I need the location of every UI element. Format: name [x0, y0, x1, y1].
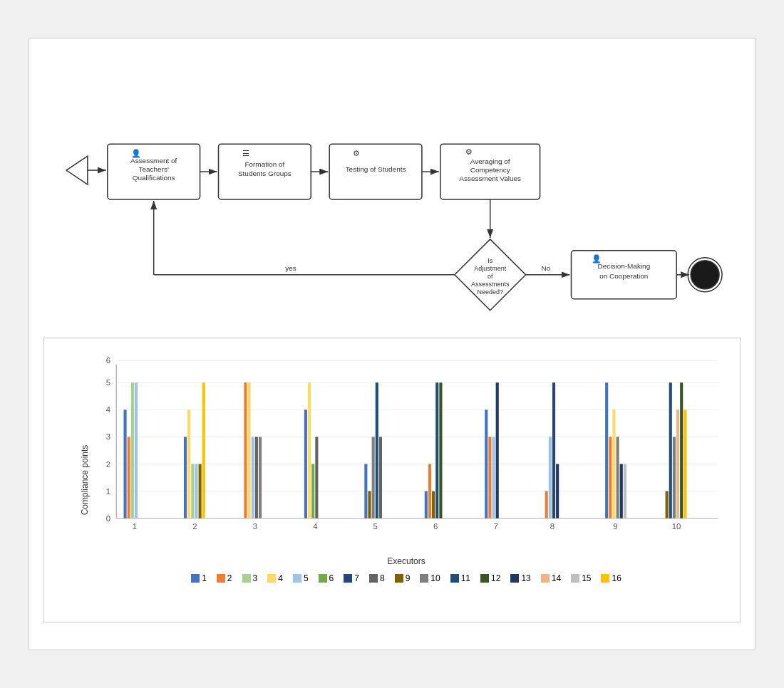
legend-color-4 — [267, 574, 276, 583]
bar — [432, 491, 435, 518]
bar — [304, 410, 307, 518]
bar — [488, 437, 491, 518]
bar — [123, 410, 126, 518]
ytick-5: 5 — [106, 378, 110, 387]
flowchart-svg: 👤 Assessment of Teachers' Qualifications… — [43, 60, 741, 323]
legend-item-9: 9 — [395, 573, 411, 583]
legend-item-16: 16 — [601, 573, 621, 583]
ytick-3: 3 — [106, 432, 110, 441]
legend-color-5 — [293, 574, 301, 583]
legend-label-2: 2 — [227, 573, 232, 583]
bar — [612, 410, 615, 518]
ytick-6: 6 — [106, 356, 110, 365]
ytick-2: 2 — [106, 460, 110, 469]
node1-line1: Assessment of — [130, 157, 177, 165]
xtick-1: 1 — [133, 522, 137, 531]
legend-label-5: 5 — [304, 573, 309, 583]
bar — [315, 437, 318, 518]
legend-label-11: 11 — [461, 573, 470, 583]
xtick-3: 3 — [253, 522, 257, 531]
no-label: No — [542, 264, 551, 272]
diamond-line1: Is — [488, 257, 492, 264]
bar — [684, 410, 686, 518]
bar — [248, 382, 251, 518]
node2-icon: ☰ — [242, 149, 249, 157]
bar — [184, 437, 187, 518]
bar — [492, 437, 495, 518]
bar — [199, 464, 202, 518]
legend-color-13 — [510, 574, 519, 583]
legend-label-8: 8 — [380, 573, 385, 583]
bar — [135, 382, 138, 518]
bar — [252, 437, 254, 518]
legend-item-8: 8 — [369, 573, 385, 583]
bar — [676, 410, 679, 518]
bar — [624, 464, 626, 518]
bar — [485, 410, 488, 518]
legend-label-13: 13 — [521, 573, 530, 583]
bar — [620, 464, 623, 518]
chart-area: Compliance points 0 1 2 3 — [43, 338, 741, 622]
bar — [187, 410, 190, 518]
bar — [308, 382, 311, 518]
legend-color-7 — [344, 574, 352, 583]
bar — [549, 437, 552, 518]
legend-item-7: 7 — [344, 573, 359, 583]
node4-line2: Competency — [470, 166, 510, 174]
node1-line3: Qualifications — [133, 174, 175, 182]
xtick-8: 8 — [550, 522, 555, 531]
legend-label-4: 4 — [278, 573, 283, 583]
legend-item-5: 5 — [293, 573, 309, 583]
bar — [605, 382, 608, 518]
bar — [368, 491, 371, 518]
legend-color-10 — [420, 574, 428, 583]
xtick-4: 4 — [313, 522, 317, 531]
legend-item-3: 3 — [242, 573, 258, 583]
legend-item-4: 4 — [267, 573, 283, 583]
bar — [552, 382, 555, 518]
node2-line2: Students Groups — [238, 170, 292, 177]
bar — [428, 464, 431, 518]
diamond-line3: of — [488, 273, 493, 280]
node1-line2: Teachers' — [139, 165, 169, 173]
bar — [376, 382, 378, 518]
legend-item-10: 10 — [420, 573, 440, 583]
diamond-line5: Needed? — [478, 288, 503, 296]
xtick-6: 6 — [433, 522, 438, 531]
legend-label-6: 6 — [329, 573, 334, 583]
bar-chart-svg: 0 1 2 3 4 5 6 — [87, 353, 726, 552]
legend-label-3: 3 — [253, 573, 258, 583]
diamond-line2: Adjustment — [474, 265, 506, 272]
legend-label-12: 12 — [491, 573, 500, 583]
end-circle — [691, 261, 719, 289]
legend-color-12 — [480, 574, 489, 583]
legend-label-9: 9 — [406, 573, 411, 583]
diamond-line4: Assessments — [471, 281, 510, 288]
legend-item-6: 6 — [319, 573, 334, 583]
legend-item-1: 1 — [191, 573, 207, 583]
bar — [259, 437, 262, 518]
bar — [545, 491, 548, 518]
yes-label: yes — [285, 264, 296, 272]
chart-legend: 1 2 3 4 5 6 7 — [87, 573, 726, 583]
x-axis-label: Executors — [87, 556, 726, 566]
node4-icon: ⚙ — [465, 147, 473, 156]
legend-label-15: 15 — [582, 573, 591, 583]
legend-label-1: 1 — [202, 573, 207, 583]
bar — [255, 437, 258, 518]
legend-item-2: 2 — [217, 573, 232, 583]
bar — [609, 437, 612, 518]
bar — [680, 382, 683, 518]
node5-line2: on Cooperation — [599, 272, 648, 280]
bar — [372, 437, 375, 518]
xtick-5: 5 — [373, 522, 378, 531]
legend-item-13: 13 — [510, 573, 530, 583]
bar — [556, 464, 559, 518]
bar — [666, 491, 669, 518]
node4-line3: Assessment Values — [459, 174, 521, 182]
legend-label-10: 10 — [430, 573, 440, 583]
xtick-2: 2 — [192, 522, 197, 531]
legend-color-14 — [541, 574, 550, 583]
legend-item-11: 11 — [450, 573, 470, 583]
bar — [191, 464, 194, 518]
